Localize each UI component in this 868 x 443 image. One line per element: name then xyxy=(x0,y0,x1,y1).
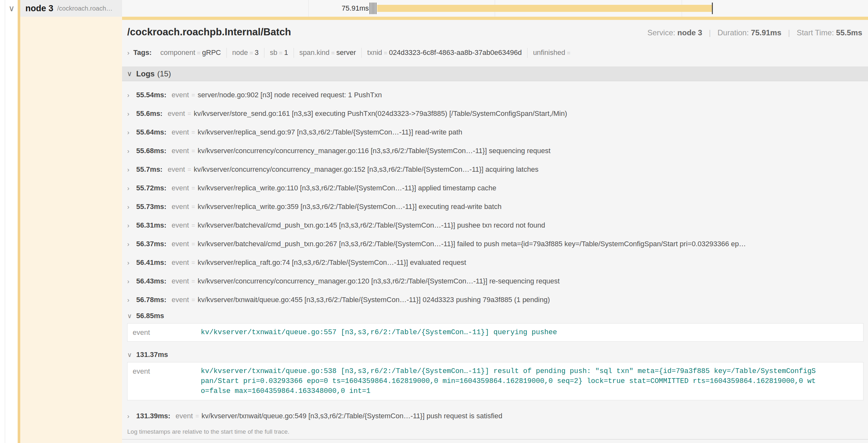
log-row-chevron-icon[interactable]: ∨ xyxy=(127,312,134,320)
log-field-equals: = xyxy=(191,203,195,210)
log-row-chevron-icon[interactable]: › xyxy=(127,412,134,420)
tag-equals: = xyxy=(250,49,253,56)
log-row[interactable]: › 55.68ms: event = kv/kvserver/concurren… xyxy=(122,142,868,160)
tag-key: node xyxy=(232,48,248,57)
logs-footer-note: Log timestamps are relative to the start… xyxy=(122,425,868,439)
tag-value: 3 xyxy=(255,48,258,57)
log-timestamp: 56.41ms: xyxy=(136,259,166,267)
log-field-equals: = xyxy=(191,92,195,99)
log-row[interactable]: › 56.37ms: event = kv/kvserver/batcheval… xyxy=(122,235,868,253)
log-message: kv/kvserver/txnwait/queue.go:549 [n3,s3,… xyxy=(202,412,868,420)
log-row-chevron-icon[interactable]: › xyxy=(127,203,134,211)
meta-separator: | xyxy=(788,28,790,37)
log-message: kv/kvserver/replica_write.go:110 [n3,s3,… xyxy=(197,184,868,192)
log-field-equals: = xyxy=(188,166,191,173)
span-duration-bar[interactable] xyxy=(377,5,712,12)
span-duration-label: 75.91ms xyxy=(328,4,369,12)
log-field-equals: = xyxy=(191,222,195,229)
log-row-chevron-icon[interactable]: › xyxy=(127,259,134,267)
tag-item: sb=1 xyxy=(264,48,293,58)
log-row-chevron-icon[interactable]: › xyxy=(127,129,134,136)
log-field-equals: = xyxy=(188,110,191,117)
log-row[interactable]: › 56.41ms: event = kv/kvserver/replica_r… xyxy=(122,253,868,272)
log-row-chevron-icon[interactable]: › xyxy=(127,166,134,173)
log-row-chevron-icon[interactable]: › xyxy=(127,184,134,192)
log-field-equals: = xyxy=(191,296,195,303)
log-row[interactable]: › 56.31ms: event = kv/kvserver/batcheval… xyxy=(122,216,868,235)
log-timestamp: 56.43ms: xyxy=(136,277,166,285)
log-field-key: event xyxy=(176,412,193,420)
log-row-chevron-icon[interactable]: ∨ xyxy=(127,351,134,359)
log-field-equals: = xyxy=(191,278,195,285)
log-row-chevron-icon[interactable]: › xyxy=(127,110,134,117)
tag-key: component xyxy=(160,48,195,57)
tag-equals: = xyxy=(567,49,570,56)
log-row[interactable]: › 56.78ms: event = kv/kvserver/txnwait/q… xyxy=(122,291,868,309)
log-timestamp: 131.37ms xyxy=(136,350,168,359)
log-row-chevron-icon[interactable]: › xyxy=(127,278,134,285)
log-timestamp: 55.68ms: xyxy=(136,147,166,155)
span-end-tick xyxy=(712,3,713,14)
tags-row: › Tags: component=gRPC node=3 sb=1 span.… xyxy=(122,47,868,59)
tag-key: sb xyxy=(270,48,277,57)
tag-equals: = xyxy=(331,49,335,56)
log-message: kv/kvserver/batcheval/cmd_push_txn.go:26… xyxy=(197,240,868,248)
log-row-chevron-icon[interactable]: › xyxy=(127,222,134,229)
log-row[interactable]: › 55.7ms: event = kv/kvserver/concurrenc… xyxy=(122,160,868,179)
log-row[interactable]: › 55.64ms: event = kv/kvserver/replica_s… xyxy=(122,123,868,142)
start-time-label: Start Time: xyxy=(797,28,834,37)
duration-label: Duration: xyxy=(718,28,749,37)
log-row[interactable]: › 55.54ms: event = server/node.go:902 [n… xyxy=(122,86,868,104)
log-field-equals: = xyxy=(191,240,195,247)
log-field-key: event xyxy=(172,259,189,267)
span-detail-header: /cockroach.roachpb.Internal/Batch Servic… xyxy=(122,20,868,42)
log-row[interactable]: › 55.6ms: event = kv/kvserver/store_send… xyxy=(122,104,868,123)
log-timestamp: 55.73ms: xyxy=(136,203,166,211)
log-timestamp: 55.7ms: xyxy=(136,165,162,174)
log-field-key: event xyxy=(172,91,189,99)
log-row-chevron-icon[interactable]: › xyxy=(127,147,134,155)
span-row-gutter: ∨ xyxy=(5,0,18,443)
log-message: kv/kvserver/replica_write.go:359 [n3,s3,… xyxy=(197,203,868,211)
left-gutter xyxy=(0,0,5,443)
log-row-chevron-icon[interactable]: › xyxy=(127,240,134,248)
log-field-equals: = xyxy=(191,147,195,155)
tag-value: server xyxy=(336,48,356,57)
log-detail-box: event kv/kvserver/txnwait/queue.go:538 [… xyxy=(127,362,864,400)
log-field-key: event xyxy=(172,296,189,304)
log-row[interactable]: › 56.43ms: event = kv/kvserver/concurren… xyxy=(122,272,868,291)
log-field-equals: = xyxy=(191,184,195,192)
log-message: kv/kvserver/txnwait/queue.go:455 [n3,s3,… xyxy=(197,296,868,304)
log-timestamp: 56.78ms: xyxy=(136,296,166,304)
log-field-value: kv/kvserver/txnwait/queue.go:538 [n3,s3,… xyxy=(201,366,817,396)
log-row-expanded-header[interactable]: ∨ 131.37ms xyxy=(122,348,868,362)
log-row[interactable]: › 131.39ms: event = kv/kvserver/txnwait/… xyxy=(122,407,868,425)
tag-item: txnid=024d3323-6c8f-4863-aa8b-37ab0e6349… xyxy=(362,48,527,58)
log-list: › 55.54ms: event = server/node.go:902 [n… xyxy=(122,81,868,425)
collapse-span-chevron-icon[interactable]: ∨ xyxy=(5,3,18,14)
log-row-chevron-icon[interactable]: › xyxy=(127,92,134,99)
span-operation-name: /cockroach.roach… xyxy=(57,5,113,12)
log-timestamp: 131.39ms: xyxy=(136,412,170,420)
log-row-chevron-icon[interactable]: › xyxy=(127,296,134,304)
log-field-equals: = xyxy=(191,259,195,266)
log-timestamp: 55.6ms: xyxy=(136,109,162,118)
log-row[interactable]: › 55.72ms: event = kv/kvserver/replica_w… xyxy=(122,179,868,197)
tags-label[interactable]: Tags: xyxy=(133,48,152,57)
span-name-tab[interactable]: node 3 /cockroach.roach… xyxy=(20,0,122,17)
log-field-equals: = xyxy=(191,129,195,136)
log-message: kv/kvserver/batcheval/cmd_push_txn.go:14… xyxy=(197,221,868,230)
logs-accordion-header[interactable]: ∨ Logs (15) xyxy=(122,66,868,81)
log-message: kv/kvserver/replica_send.go:97 [n3,s3,r6… xyxy=(197,128,868,136)
log-row-expanded-header[interactable]: ∨ 56.85ms xyxy=(122,309,868,322)
log-field-key: event xyxy=(172,128,189,136)
log-field-key: event xyxy=(168,165,185,174)
log-field-key: event xyxy=(133,328,201,337)
log-message: kv/kvserver/store_send.go:161 [n3,s3] ex… xyxy=(194,109,868,118)
logs-count: (15) xyxy=(157,69,171,78)
start-time-value: 55.5ms xyxy=(836,28,862,37)
tags-expand-chevron-icon[interactable]: › xyxy=(127,49,129,57)
log-field-key: event xyxy=(172,240,189,248)
log-row[interactable]: › 55.73ms: event = kv/kvserver/replica_w… xyxy=(122,197,868,216)
log-message: kv/kvserver/replica_raft.go:74 [n3,s3,r6… xyxy=(197,259,868,267)
